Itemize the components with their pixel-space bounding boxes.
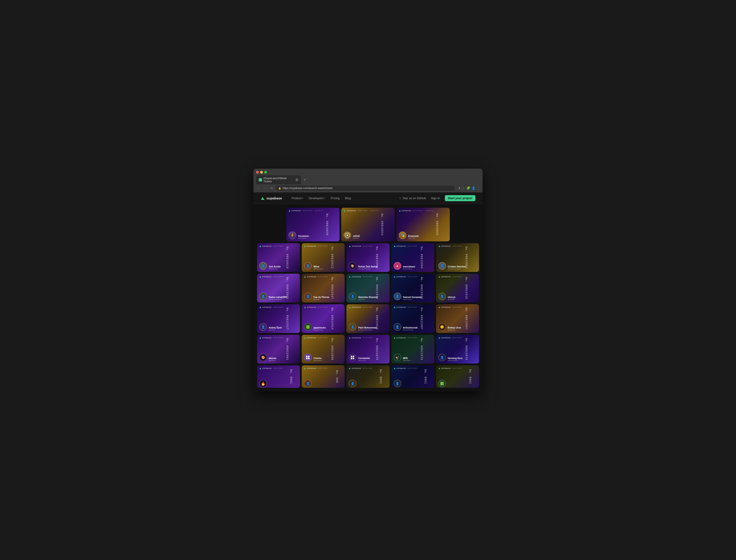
user-name: akazwz xyxy=(269,357,293,360)
profile-icon[interactable]: 👤 xyxy=(472,186,476,190)
ticket-number: No. 00015984 xyxy=(420,247,423,269)
avatar: ● xyxy=(394,262,401,270)
ticket-card[interactable]: supabase LAUNCH WEEK 👤 Henning Horn @hen… xyxy=(436,335,479,364)
ticket-card[interactable]: supabase LAUNCH WEEK 👤 No. 000 xyxy=(302,365,344,388)
nav-links: Product ▾ Developers ▾ Pricing Blog xyxy=(289,196,399,201)
avatar: 👤 xyxy=(304,380,311,387)
nav-product[interactable]: Product ▾ xyxy=(289,196,305,201)
avatar: 👤 xyxy=(438,354,446,361)
avatar: 🟩 xyxy=(304,323,311,331)
ticket-card[interactable]: supabase LAUNCH WEEK 👤 Samuel Gunawan @s… xyxy=(392,274,434,302)
ticket-number: No. 00015936 xyxy=(376,277,379,299)
cta-button[interactable]: Start your project xyxy=(445,195,476,201)
user-handle: @Patel.Muhammad xyxy=(358,329,383,331)
user-handle: @loucharl07 xyxy=(313,360,338,361)
github-button[interactable]: ☆ Star us on GitHub xyxy=(399,196,426,200)
logo[interactable]: supabase xyxy=(260,196,282,201)
ticket-card[interactable]: supabase LAUNCH WEEK ▪ April 10th 2023 🎭… xyxy=(397,208,450,241)
user-name: Berkay Urun xyxy=(448,326,472,329)
ticket-number: No. 0001 xyxy=(469,369,472,384)
chevron-down-icon: ▾ xyxy=(302,197,303,199)
user-handle: @emcolin xyxy=(408,238,443,239)
menu-icon[interactable]: ⋮ xyxy=(477,186,480,190)
svg-point-1 xyxy=(346,235,348,236)
traffic-lights xyxy=(256,171,480,174)
avatar: 🎨 xyxy=(349,262,356,270)
ticket-card[interactable]: supabase LAUNCH WEEK 👤 Cas du Plessis @c… xyxy=(302,274,344,302)
maximize-button[interactable] xyxy=(264,171,267,174)
nav-blog[interactable]: Blog xyxy=(343,196,353,201)
avatar: 🟩 xyxy=(438,380,446,387)
user-handle: @cristian.sanchez xyxy=(448,268,472,270)
forward-button[interactable]: → xyxy=(263,186,268,190)
ticket-card[interactable]: supabase LAUNCH WEEK 🟩 No. 0001 xyxy=(436,365,479,388)
avatar: 👤 xyxy=(259,323,267,331)
reload-button[interactable]: ↻ xyxy=(269,186,274,190)
card-brand-logo xyxy=(288,209,291,212)
ticket-card[interactable]: supabase LAUNCH WEEK 👤 Andrej Šarić @and… xyxy=(257,304,300,333)
nav-pricing[interactable]: Pricing xyxy=(328,196,342,201)
ticket-card[interactable]: supabase LAUNCH WEEK 🦅 MPE @clownpe No. … xyxy=(392,335,434,364)
url-text: https://supabase.com/launch-week/tickets xyxy=(282,187,332,190)
ticket-number: No. 00015926 xyxy=(465,277,468,299)
avatar: 🧍 xyxy=(288,231,296,239)
user-handle: @stoisav xyxy=(358,299,383,300)
ticket-card[interactable]: supabase LAUNCH WEEK 👤 Mihai @Mihai.ghi.… xyxy=(302,243,344,272)
back-button[interactable]: ← xyxy=(256,186,261,190)
ticket-card[interactable]: supabase LAUNCH WEEK 😊 Berkay Urun @Berk… xyxy=(436,304,479,333)
nav-developers[interactable]: Developers ▾ xyxy=(306,196,327,201)
logo-text: supabase xyxy=(266,196,282,200)
user-handle: @jappelmoes xyxy=(313,329,338,331)
star-icon[interactable]: ☆ xyxy=(462,186,465,190)
ticket-card[interactable]: supabase LAUNCH WEEK 🟩 jappelmoes @jappe… xyxy=(302,304,344,333)
ticket-card[interactable]: supabase LAUNCH WEEK Charles @loucharl07… xyxy=(302,335,344,364)
ticket-card[interactable]: supabase LAUNCH WEEK 🎨 akazwz @akazwz No… xyxy=(257,335,300,364)
extensions-icon[interactable]: 🧩 xyxy=(467,186,470,190)
user-name: Charles xyxy=(313,357,338,360)
signin-button[interactable]: Sign in xyxy=(429,196,442,201)
ticket-card[interactable]: supabase LAUNCH WEEK ▪ April 10th 2023 m… xyxy=(341,208,395,241)
ticket-card[interactable]: supabase LAUNCH WEEK 👤 Joel Acedo @JoelA… xyxy=(257,243,300,272)
ticket-number: No. 00015984 xyxy=(465,247,468,269)
ticket-number: No. 00015879 xyxy=(376,338,379,360)
user-name: jappelmoes xyxy=(313,326,338,329)
ticket-card[interactable]: supabase LAUNCH WEEK 👤 No. 0001 xyxy=(392,365,434,388)
user-name: Rohan Deb Sarkar xyxy=(358,265,383,268)
ticket-card[interactable]: supabase LAUNCH WEEK ▪ April 10th 2023 🧍… xyxy=(286,208,339,241)
avatar xyxy=(349,354,356,361)
ticket-card[interactable]: supabase LAUNCH WEEK ● marcobono @marcob… xyxy=(392,243,434,272)
ticket-card[interactable]: supabase LAUNCH WEEK 👤 shenye @shenyel N… xyxy=(436,274,479,302)
browser-tab[interactable]: #SupaLaunchWeek Tickets × xyxy=(256,175,301,184)
ticket-card[interactable]: supabase LAUNCH WEEK 👤 Stanislav Stoynov… xyxy=(346,274,390,302)
ticket-number: No. 00016012 xyxy=(331,247,334,269)
ticket-card[interactable]: supabase LAUNCH WEEK 🔥 No. 0001 xyxy=(257,365,300,388)
address-bar[interactable]: 🔒 https://supabase.com/launch-week/ticke… xyxy=(276,186,455,191)
ticket-card[interactable]: supabase LAUNCH WEEK 👤 Patel Muhammad @P… xyxy=(346,304,390,333)
address-bar-row: ← → ↻ 🔒 https://supabase.com/launch-week… xyxy=(253,184,483,192)
ticket-number: No. 00015960 xyxy=(286,277,289,299)
tab-close-button[interactable]: × xyxy=(295,178,298,181)
svg-rect-6 xyxy=(351,356,352,357)
tab-title: #SupaLaunchWeek Tickets xyxy=(263,177,294,183)
ticket-number: No. 00015910 xyxy=(376,308,379,330)
ticket-card[interactable]: supabase LAUNCH WEEK 👤 Cristian Sánchez … xyxy=(436,243,479,272)
ticket-number: No. 00015993 xyxy=(376,247,379,269)
ticket-card[interactable]: supabase LAUNCH WEEK 👤 kirilsotirovski @… xyxy=(392,304,434,333)
ticket-number: No. 00016038 xyxy=(325,214,329,236)
ticket-card[interactable]: supabase LAUNCH WEEK 👤 No. 0001 xyxy=(346,365,390,388)
user-handle: @kirilsotirovski xyxy=(403,329,428,331)
minimize-button[interactable] xyxy=(260,171,263,174)
avatar: 🔥 xyxy=(259,380,267,387)
ticket-card[interactable]: supabase LAUNCH WEEK 👤 thakur-sahab999 @… xyxy=(257,274,300,302)
ticket-card[interactable]: supabase LAUNCH WEEK 🎨 Rohan Deb Sarkar … xyxy=(346,243,390,272)
browser-actions: ⬆ ☆ 🧩 👤 ⋮ xyxy=(458,186,480,190)
new-tab-button[interactable]: + xyxy=(302,178,307,182)
bookmark-icon[interactable]: ⬆ xyxy=(458,186,461,190)
user-name: Mihai xyxy=(313,265,338,268)
chevron-down-icon: ▾ xyxy=(324,197,325,199)
ticket-number: No. 00015901 xyxy=(286,338,289,360)
ticket-number: No. 000 xyxy=(335,370,338,383)
avatar: 👤 xyxy=(438,262,446,270)
close-button[interactable] xyxy=(256,171,259,174)
ticket-card[interactable]: supabase LAUNCH WEEK Constantin @Leontiu… xyxy=(346,335,390,364)
